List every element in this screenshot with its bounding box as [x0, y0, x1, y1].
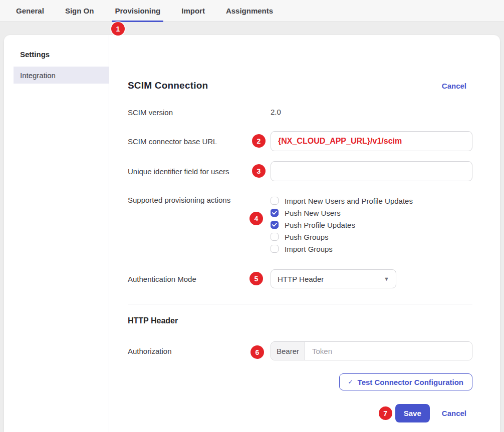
annotation-badge-2: 2: [252, 134, 266, 148]
auth-mode-row: Authentication Mode 5 HTTP Header ▼: [128, 269, 472, 288]
option-push-new-users[interactable]: Push New Users: [271, 207, 472, 219]
test-connector-label: Test Connector Configuration: [358, 378, 463, 386]
tab-label: Import: [181, 7, 205, 15]
tab-sign-on[interactable]: Sign On: [62, 0, 97, 22]
tab-label: Provisioning: [115, 7, 160, 15]
scim-version-value: 2.0: [271, 108, 281, 116]
option-import-new-users[interactable]: Import New Users and Profile Updates: [271, 195, 472, 207]
token-input[interactable]: [305, 342, 472, 360]
http-header-section-title: HTTP Header: [128, 316, 472, 325]
settings-sidebar: Settings Integration: [4, 35, 109, 432]
save-button[interactable]: Save: [395, 404, 430, 422]
annotation-badge-4: 4: [249, 212, 263, 225]
authorization-input-group: Bearer: [271, 341, 472, 360]
checkbox-checked[interactable]: [271, 221, 279, 229]
cancel-button[interactable]: Cancel: [442, 409, 466, 417]
tab-label: Sign On: [65, 7, 94, 15]
tab-provisioning[interactable]: Provisioning: [112, 0, 163, 22]
auth-mode-selected-value: HTTP Header: [278, 275, 324, 283]
scim-version-row: SCIM version 2.0: [128, 108, 472, 117]
checkbox-unchecked[interactable]: [271, 233, 279, 241]
annotation-badge-7: 7: [379, 406, 392, 420]
sidebar-item-label: Integration: [20, 71, 56, 80]
annotation-badge-5: 5: [249, 272, 263, 285]
authorization-row: Authorization 6 Bearer: [128, 341, 472, 360]
checkbox-unchecked[interactable]: [271, 245, 279, 253]
sidebar-item-integration[interactable]: Integration: [14, 67, 109, 84]
option-import-groups[interactable]: Import Groups: [271, 243, 472, 255]
tab-label: Assignments: [226, 7, 273, 15]
cancel-link-top[interactable]: Cancel: [442, 82, 466, 90]
auth-mode-select[interactable]: HTTP Header ▼: [271, 269, 396, 288]
test-connector-button[interactable]: ✓ Test Connector Configuration: [339, 373, 472, 390]
checkbox-checked[interactable]: [271, 209, 279, 217]
scim-connection-form: SCIM Connection Cancel SCIM version 2.0 …: [109, 35, 500, 432]
base-url-input[interactable]: [271, 131, 472, 151]
provisioning-actions-row: Supported provisioning actions 4 Import …: [128, 195, 472, 255]
app-tab-bar: General Sign On Provisioning Import Assi…: [0, 0, 504, 22]
tab-assignments[interactable]: Assignments: [223, 0, 276, 22]
authorization-label: Authorization: [128, 347, 271, 355]
tab-general[interactable]: General: [13, 0, 47, 22]
sidebar-heading: Settings: [20, 50, 109, 59]
checkbox-unchecked[interactable]: [271, 197, 279, 205]
option-push-profile-updates[interactable]: Push Profile Updates: [271, 219, 472, 231]
section-divider: [128, 304, 472, 304]
annotation-badge-3: 3: [252, 164, 266, 178]
unique-id-row: Unique identifier field for users 3: [128, 161, 472, 181]
provisioning-actions-label: Supported provisioning actions: [128, 195, 271, 204]
check-icon: [272, 223, 277, 227]
annotation-badge-6: 6: [250, 345, 264, 359]
check-icon: ✓: [348, 378, 353, 385]
provisioning-card: Settings Integration SCIM Connection Can…: [4, 35, 500, 432]
base-url-label: SCIM connector base URL: [128, 137, 271, 146]
unique-id-label: Unique identifier field for users: [128, 167, 271, 176]
scim-version-label: SCIM version: [128, 108, 271, 117]
base-url-row: SCIM connector base URL 2: [128, 131, 472, 151]
unique-id-input[interactable]: [271, 161, 472, 181]
form-footer: 7 Save Cancel: [128, 404, 472, 422]
check-icon: [272, 211, 277, 215]
annotation-badge-1: 1: [111, 22, 125, 36]
option-push-groups[interactable]: Push Groups: [271, 231, 472, 243]
tab-import[interactable]: Import: [178, 0, 208, 22]
form-title: SCIM Connection: [128, 80, 208, 91]
tab-label: General: [16, 7, 44, 15]
bearer-prefix: Bearer: [271, 342, 305, 360]
caret-down-icon: ▼: [384, 276, 389, 282]
